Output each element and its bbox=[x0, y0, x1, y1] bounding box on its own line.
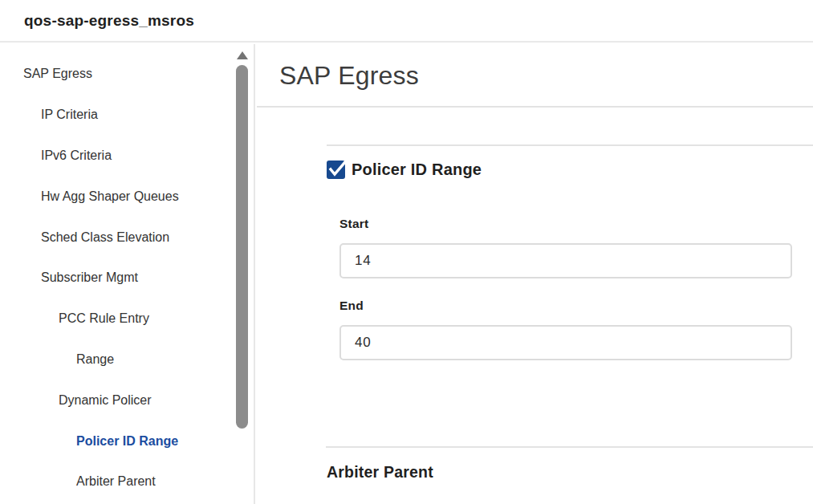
sidebar-scrollbar[interactable] bbox=[236, 44, 249, 504]
checkmark-icon bbox=[327, 159, 348, 180]
end-field-group: End bbox=[339, 299, 792, 360]
sidebar-item-dynamic-policer[interactable]: Dynamic Policer bbox=[0, 380, 234, 421]
sidebar-nav: SAP EgressIP CriteriaIPv6 CriteriaHw Agg… bbox=[0, 44, 255, 504]
sidebar-item-pcc-rule-entry[interactable]: PCC Rule Entry bbox=[0, 299, 234, 339]
section-divider bbox=[326, 446, 813, 448]
sidebar-item-arbiter-parent[interactable]: Arbiter Parent bbox=[0, 461, 234, 502]
scrollbar-thumb[interactable] bbox=[236, 65, 248, 429]
policer-id-range-toggle-row[interactable]: Policer ID Range bbox=[327, 161, 482, 179]
sidebar-item-range[interactable]: Range bbox=[0, 339, 234, 380]
section-divider bbox=[327, 144, 813, 146]
app-window: qos-sap-egress_msros SAP EgressIP Criter… bbox=[0, 0, 813, 504]
start-field-group: Start bbox=[339, 217, 792, 278]
scroll-up-arrow-icon[interactable] bbox=[237, 51, 248, 59]
sidebar-item-ip-criteria[interactable]: IP Criteria bbox=[0, 95, 234, 136]
end-field-label: End bbox=[339, 299, 792, 313]
end-input[interactable] bbox=[339, 325, 792, 360]
policer-id-range-checkbox[interactable] bbox=[327, 161, 345, 179]
policer-id-range-label: Policer ID Range bbox=[352, 161, 482, 179]
sidebar-item-subscriber-mgmt[interactable]: Subscriber Mgmt bbox=[0, 258, 234, 299]
main-panel: SAP Egress Policer ID Range Start End Ar… bbox=[257, 44, 813, 504]
sidebar-item-sap-egress[interactable]: SAP Egress bbox=[0, 54, 234, 95]
sidebar-item-policer-id-range[interactable]: Policer ID Range bbox=[0, 421, 234, 461]
window-header: qos-sap-egress_msros bbox=[0, 0, 813, 43]
sidebar-item-hw-agg-shaper-queues[interactable]: Hw Agg Shaper Queues bbox=[0, 176, 234, 217]
page-title: SAP Egress bbox=[279, 57, 419, 94]
title-divider bbox=[257, 106, 813, 108]
nav-tree: SAP EgressIP CriteriaIPv6 CriteriaHw Agg… bbox=[0, 44, 234, 504]
start-input[interactable] bbox=[339, 243, 792, 278]
sidebar-item-sched-class-elevation[interactable]: Sched Class Elevation bbox=[0, 217, 234, 258]
window-title: qos-sap-egress_msros bbox=[24, 12, 194, 30]
arbiter-parent-heading: Arbiter Parent bbox=[327, 463, 433, 482]
start-field-label: Start bbox=[339, 217, 792, 231]
sidebar-item-ipv6-criteria[interactable]: IPv6 Criteria bbox=[0, 136, 234, 177]
